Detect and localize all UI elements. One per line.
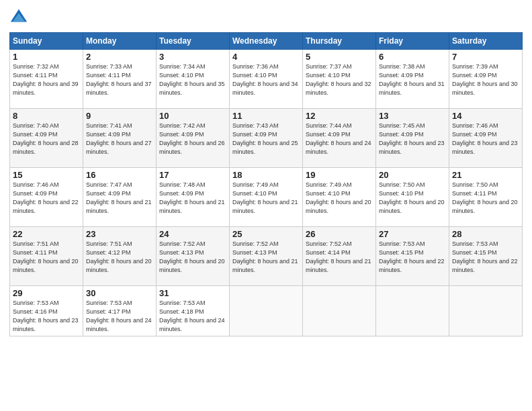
calendar-week-row: 15Sunrise: 7:46 AMSunset: 4:09 PMDayligh… [10, 168, 523, 227]
day-of-week-header: Thursday [303, 33, 376, 50]
logo [9, 8, 31, 27]
logo-icon [9, 8, 28, 27]
calendar-day-cell: 29Sunrise: 7:53 AMSunset: 4:16 PMDayligh… [10, 286, 83, 336]
calendar-day-cell: 25Sunrise: 7:52 AMSunset: 4:13 PMDayligh… [230, 227, 303, 286]
day-of-week-header: Friday [376, 33, 449, 50]
calendar-day-cell: 11Sunrise: 7:43 AMSunset: 4:09 PMDayligh… [230, 109, 303, 168]
day-info: Sunrise: 7:40 AMSunset: 4:09 PMDaylight:… [13, 122, 80, 156]
calendar-day-cell: 15Sunrise: 7:46 AMSunset: 4:09 PMDayligh… [10, 168, 83, 227]
calendar-day-cell: 2Sunrise: 7:33 AMSunset: 4:11 PMDaylight… [83, 50, 157, 109]
calendar-day-cell: 23Sunrise: 7:51 AMSunset: 4:12 PMDayligh… [83, 227, 157, 286]
calendar-day-cell [449, 286, 523, 336]
day-number: 5 [306, 52, 373, 62]
calendar-week-row: 29Sunrise: 7:53 AMSunset: 4:16 PMDayligh… [10, 286, 523, 336]
calendar-day-cell [303, 286, 376, 336]
calendar-day-cell: 16Sunrise: 7:47 AMSunset: 4:09 PMDayligh… [83, 168, 157, 227]
day-number: 2 [86, 52, 153, 62]
day-number: 30 [86, 288, 153, 298]
calendar-day-cell: 27Sunrise: 7:53 AMSunset: 4:15 PMDayligh… [376, 227, 449, 286]
day-info: Sunrise: 7:50 AMSunset: 4:10 PMDaylight:… [379, 181, 446, 216]
day-number: 17 [159, 170, 226, 180]
calendar-day-cell: 7Sunrise: 7:39 AMSunset: 4:09 PMDaylight… [449, 50, 523, 109]
day-of-week-header: Sunday [10, 33, 83, 50]
day-number: 25 [232, 229, 300, 239]
day-number: 7 [452, 52, 519, 62]
day-number: 24 [159, 229, 226, 239]
day-number: 20 [379, 170, 446, 180]
day-info: Sunrise: 7:33 AMSunset: 4:11 PMDaylight:… [86, 62, 153, 97]
calendar-day-cell: 21Sunrise: 7:50 AMSunset: 4:11 PMDayligh… [449, 168, 523, 227]
day-number: 4 [232, 52, 300, 62]
day-info: Sunrise: 7:37 AMSunset: 4:10 PMDaylight:… [306, 62, 373, 97]
day-number: 26 [306, 229, 373, 239]
day-info: Sunrise: 7:38 AMSunset: 4:09 PMDaylight:… [379, 62, 446, 97]
day-info: Sunrise: 7:51 AMSunset: 4:12 PMDaylight:… [86, 240, 153, 275]
day-number: 22 [13, 229, 80, 239]
day-number: 18 [232, 170, 300, 180]
day-info: Sunrise: 7:53 AMSunset: 4:15 PMDaylight:… [379, 240, 446, 275]
day-number: 1 [13, 52, 80, 62]
day-number: 31 [159, 288, 226, 298]
calendar-day-cell: 20Sunrise: 7:50 AMSunset: 4:10 PMDayligh… [376, 168, 449, 227]
day-info: Sunrise: 7:36 AMSunset: 4:10 PMDaylight:… [232, 62, 300, 97]
calendar-day-cell: 1Sunrise: 7:32 AMSunset: 4:11 PMDaylight… [10, 50, 83, 109]
day-of-week-header: Wednesday [230, 33, 303, 50]
calendar-day-cell: 14Sunrise: 7:46 AMSunset: 4:09 PMDayligh… [449, 109, 523, 168]
calendar-day-cell: 5Sunrise: 7:37 AMSunset: 4:10 PMDaylight… [303, 50, 376, 109]
day-info: Sunrise: 7:45 AMSunset: 4:09 PMDaylight:… [379, 122, 446, 156]
day-info: Sunrise: 7:52 AMSunset: 4:13 PMDaylight:… [232, 240, 300, 275]
calendar-day-cell: 4Sunrise: 7:36 AMSunset: 4:10 PMDaylight… [230, 50, 303, 109]
day-info: Sunrise: 7:41 AMSunset: 4:09 PMDaylight:… [86, 122, 153, 156]
day-number: 29 [13, 288, 80, 298]
calendar-day-cell: 12Sunrise: 7:44 AMSunset: 4:09 PMDayligh… [303, 109, 376, 168]
day-info: Sunrise: 7:48 AMSunset: 4:09 PMDaylight:… [159, 181, 226, 216]
calendar-header-row: SundayMondayTuesdayWednesdayThursdayFrid… [10, 33, 523, 50]
calendar-day-cell: 30Sunrise: 7:53 AMSunset: 4:17 PMDayligh… [83, 286, 157, 336]
calendar-day-cell: 28Sunrise: 7:53 AMSunset: 4:15 PMDayligh… [449, 227, 523, 286]
day-number: 19 [306, 170, 373, 180]
day-info: Sunrise: 7:52 AMSunset: 4:14 PMDaylight:… [306, 240, 373, 275]
header [9, 8, 523, 27]
calendar-day-cell: 17Sunrise: 7:48 AMSunset: 4:09 PMDayligh… [157, 168, 230, 227]
calendar-day-cell: 8Sunrise: 7:40 AMSunset: 4:09 PMDaylight… [10, 109, 83, 168]
day-number: 13 [379, 111, 446, 121]
calendar-week-row: 22Sunrise: 7:51 AMSunset: 4:11 PMDayligh… [10, 227, 523, 286]
day-number: 16 [86, 170, 153, 180]
calendar-week-row: 8Sunrise: 7:40 AMSunset: 4:09 PMDaylight… [10, 109, 523, 168]
calendar-day-cell: 22Sunrise: 7:51 AMSunset: 4:11 PMDayligh… [10, 227, 83, 286]
calendar-day-cell: 24Sunrise: 7:52 AMSunset: 4:13 PMDayligh… [157, 227, 230, 286]
day-info: Sunrise: 7:46 AMSunset: 4:09 PMDaylight:… [13, 181, 80, 216]
day-info: Sunrise: 7:49 AMSunset: 4:10 PMDaylight:… [306, 181, 373, 216]
calendar-day-cell [230, 286, 303, 336]
day-number: 27 [379, 229, 446, 239]
day-number: 21 [452, 170, 519, 180]
calendar-day-cell: 9Sunrise: 7:41 AMSunset: 4:09 PMDaylight… [83, 109, 157, 168]
day-info: Sunrise: 7:53 AMSunset: 4:15 PMDaylight:… [452, 240, 519, 275]
day-number: 12 [306, 111, 373, 121]
day-info: Sunrise: 7:39 AMSunset: 4:09 PMDaylight:… [452, 62, 519, 97]
calendar-day-cell: 10Sunrise: 7:42 AMSunset: 4:09 PMDayligh… [157, 109, 230, 168]
day-info: Sunrise: 7:32 AMSunset: 4:11 PMDaylight:… [13, 62, 80, 97]
day-info: Sunrise: 7:44 AMSunset: 4:09 PMDaylight:… [306, 122, 373, 156]
day-info: Sunrise: 7:50 AMSunset: 4:11 PMDaylight:… [452, 181, 519, 216]
day-number: 15 [13, 170, 80, 180]
calendar-day-cell: 18Sunrise: 7:49 AMSunset: 4:10 PMDayligh… [230, 168, 303, 227]
day-number: 23 [86, 229, 153, 239]
day-number: 28 [452, 229, 519, 239]
day-number: 14 [452, 111, 519, 121]
calendar-day-cell: 26Sunrise: 7:52 AMSunset: 4:14 PMDayligh… [303, 227, 376, 286]
calendar-day-cell: 31Sunrise: 7:53 AMSunset: 4:18 PMDayligh… [157, 286, 230, 336]
calendar-day-cell [376, 286, 449, 336]
calendar-day-cell: 6Sunrise: 7:38 AMSunset: 4:09 PMDaylight… [376, 50, 449, 109]
calendar-table: SundayMondayTuesdayWednesdayThursdayFrid… [9, 32, 523, 336]
day-info: Sunrise: 7:43 AMSunset: 4:09 PMDaylight:… [232, 122, 300, 156]
day-number: 10 [159, 111, 226, 121]
day-info: Sunrise: 7:34 AMSunset: 4:10 PMDaylight:… [159, 62, 226, 97]
day-number: 6 [379, 52, 446, 62]
day-number: 3 [159, 52, 226, 62]
day-of-week-header: Saturday [449, 33, 523, 50]
calendar-day-cell: 13Sunrise: 7:45 AMSunset: 4:09 PMDayligh… [376, 109, 449, 168]
day-info: Sunrise: 7:53 AMSunset: 4:18 PMDaylight:… [159, 299, 226, 334]
day-info: Sunrise: 7:52 AMSunset: 4:13 PMDaylight:… [159, 240, 226, 275]
day-info: Sunrise: 7:42 AMSunset: 4:09 PMDaylight:… [159, 122, 226, 156]
